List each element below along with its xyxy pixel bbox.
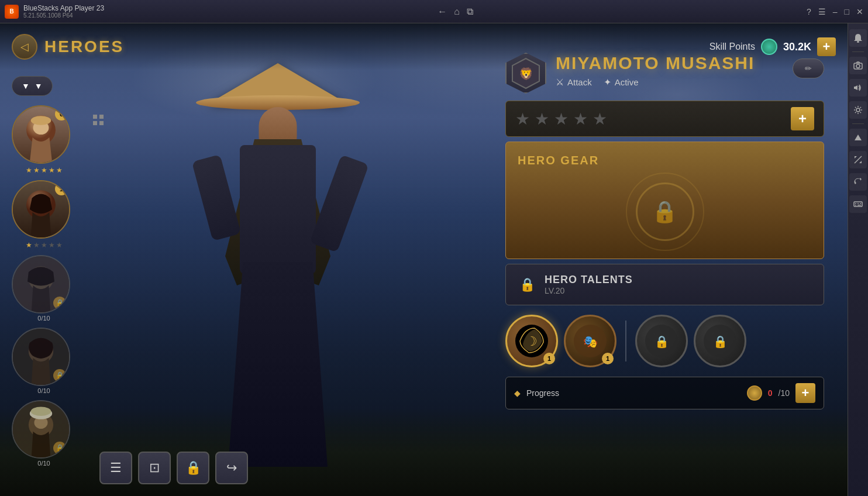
big-star: ★	[573, 109, 588, 129]
sidebar-divider	[852, 51, 864, 52]
skill-orb-4[interactable]: 🔒	[694, 315, 746, 367]
talents-title: HERO TALENTS	[545, 274, 633, 286]
edit-icon: ✏	[805, 64, 812, 73]
sidebar-camera-button[interactable]	[849, 57, 867, 74]
skill-orb-3[interactable]: 🔒	[635, 315, 688, 367]
hero-avatar: 🔒	[12, 328, 70, 386]
star: ★	[41, 241, 47, 249]
hero-avatar: 🔒	[12, 255, 70, 314]
game-area: ◁ HEROES Skill Points 30.2K + ▼ ▼	[0, 23, 848, 496]
active-label: Active	[615, 77, 639, 87]
hero-avatar: 🔒	[12, 400, 70, 459]
sidebar-notification-button[interactable]	[849, 29, 867, 47]
stars-row: ★ ★ ★ ★ ★ +	[505, 101, 824, 137]
star: ★	[49, 241, 55, 249]
list-item[interactable]: 1 ★ ★ ★ ★ ★	[12, 180, 76, 249]
add-star-button[interactable]: +	[791, 107, 814, 130]
app-name: BlueStacks App Player 23	[23, 4, 104, 12]
svg-rect-42	[860, 205, 861, 206]
progress-add-button[interactable]: +	[795, 383, 815, 403]
svg-rect-39	[860, 203, 861, 204]
right-sidebar	[848, 23, 868, 496]
grid-icon[interactable]	[92, 114, 104, 129]
character-arm-left	[192, 154, 242, 241]
star: ★	[26, 166, 32, 174]
character-lower	[228, 262, 328, 467]
hero-avatar: 6	[12, 105, 70, 164]
list-item[interactable]: 🔒 0/10	[12, 328, 76, 394]
skill-points-label: Skill Points	[709, 42, 755, 52]
hero-tag-attack: ⚔ Attack	[556, 77, 592, 88]
hero-name: MIYAMOTO MUSASHI ⚔ Attack ✦ Active	[556, 53, 755, 94]
filter-button[interactable]: ▼ ▼	[12, 76, 53, 96]
hero-avatar: 1	[12, 180, 70, 239]
toolbar-target-button[interactable]: ⊡	[138, 452, 171, 484]
progress-label: Progress	[526, 388, 741, 398]
character-silhouette	[167, 63, 389, 473]
lock-icon: 🔒	[185, 460, 201, 476]
nav-back-button[interactable]: ←	[438, 6, 447, 17]
skill-orb-2[interactable]: 🎭 1	[564, 315, 616, 367]
svg-rect-37	[855, 203, 856, 204]
progress-diamond-icon: ◆	[514, 388, 521, 398]
title-bar-nav: ← ⌂ ⧉	[438, 6, 473, 17]
help-button[interactable]: ?	[807, 7, 811, 16]
close-button[interactable]: ✕	[856, 7, 863, 16]
page-title: HEROES	[44, 37, 124, 56]
svg-text:☽: ☽	[526, 334, 538, 349]
svg-text:🔒: 🔒	[655, 335, 669, 349]
list-item[interactable]: 🔒 0/10	[12, 255, 76, 322]
progress-coin-icon	[747, 385, 762, 401]
toolbar-lock-button[interactable]: 🔒	[177, 452, 209, 484]
nav-copy-button[interactable]: ⧉	[467, 6, 473, 17]
svg-text:🎭: 🎭	[583, 335, 598, 349]
character-display	[117, 51, 439, 473]
sidebar-settings-button[interactable]	[849, 101, 867, 119]
svg-rect-36	[854, 202, 862, 206]
list-item[interactable]: 6 ★ ★ ★ ★ ★	[12, 105, 76, 174]
list-item[interactable]: 🔒 0/10	[12, 400, 76, 467]
filter-icon: ▼	[22, 81, 30, 91]
menu-button[interactable]: ☰	[818, 7, 826, 16]
big-stars: ★ ★ ★ ★ ★	[515, 109, 607, 129]
toolbar-list-button[interactable]: ☰	[99, 452, 132, 484]
minimize-button[interactable]: –	[833, 7, 838, 16]
sidebar-volume-button[interactable]	[849, 79, 867, 97]
svg-rect-30	[857, 41, 859, 43]
character-body	[240, 145, 316, 274]
hero-list: 6 ★ ★ ★ ★ ★	[12, 105, 99, 467]
attack-label: Attack	[567, 77, 592, 87]
sidebar-resize-button[interactable]	[849, 151, 867, 168]
restore-button[interactable]: □	[845, 7, 849, 16]
hero-lock-icon: 🔒	[53, 442, 66, 454]
hero-gear-title: HERO GEAR	[518, 154, 812, 167]
skill-badge-2: 1	[602, 353, 614, 364]
back-button[interactable]: ◁	[12, 34, 37, 60]
progress-total: /10	[779, 388, 790, 398]
skill-badge-1: 1	[543, 353, 555, 364]
svg-text:🦁: 🦁	[519, 67, 533, 81]
skills-row: ☽ 1 🎭 1 🔒	[505, 310, 824, 372]
svg-point-32	[856, 64, 860, 68]
nav-home-button[interactable]: ⌂	[454, 6, 460, 17]
attack-icon: ⚔	[556, 77, 564, 88]
title-bar-right: ? ☰ – □ ✕	[807, 7, 863, 16]
toolbar-share-button[interactable]: ↪	[215, 452, 248, 484]
sidebar-up-button[interactable]	[849, 129, 867, 146]
sidebar-rotate-button[interactable]	[849, 173, 867, 191]
title-bar: B BlueStacks App Player 23 5.21.505.1008…	[0, 0, 868, 23]
hero-detail-panel: ✏ 🦁 MIYAMOTO MUSASHI ⚔ Attack ✦	[505, 53, 824, 409]
app-version: 5.21.505.1008 P64	[23, 12, 104, 19]
sidebar-keyboard-button[interactable]	[849, 195, 867, 213]
app-title-group: BlueStacks App Player 23 5.21.505.1008 P…	[23, 4, 104, 19]
star: ★	[33, 241, 40, 249]
gear-lock-area: 🔒	[518, 177, 812, 247]
target-icon: ⊡	[149, 460, 160, 476]
skill-orb-1[interactable]: ☽ 1	[505, 315, 558, 367]
hero-lock-icon: 🔒	[53, 369, 66, 382]
edit-button[interactable]: ✏	[793, 58, 824, 78]
app-logo: B	[5, 5, 19, 19]
hero-gear-panel: HERO GEAR 🔒	[505, 142, 824, 259]
hero-talents-panel[interactable]: 🔒 HERO TALENTS LV.20	[505, 264, 824, 305]
star: ★	[56, 166, 63, 174]
